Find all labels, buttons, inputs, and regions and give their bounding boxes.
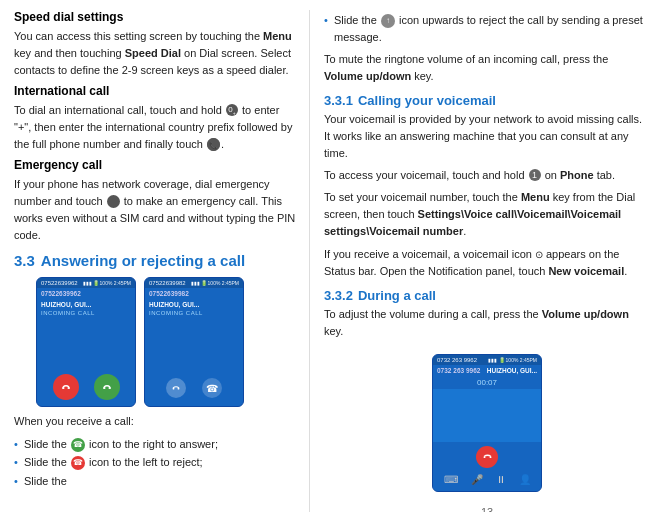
page-number: 13 (324, 506, 650, 512)
international-call-body: To dial an international call, touch and… (14, 102, 297, 153)
svg-text:📞: 📞 (209, 140, 218, 149)
section-33-heading: 3.3 Answering or rejecting a call (14, 252, 297, 269)
mute-text: To mute the ringtone volume of an incomi… (324, 51, 650, 85)
during-call-bottom: ⌨ 🎤 ⏸ 👤 (433, 472, 541, 489)
phone-pair: 07522639962 ▮▮▮ 🔋 100% 2:45PM 0752263996… (36, 277, 297, 407)
keyboard-icon[interactable]: ⌨ (444, 474, 458, 485)
reject-icon: ☎ (71, 456, 85, 470)
caller-info-left: 07522639962 (37, 288, 135, 297)
bullet-reject: Slide the ☎ icon to the left to reject; (14, 454, 297, 471)
during-status-bar: 0732 263 9962 ▮▮▮ 🔋 100% 2:45PM (433, 355, 541, 365)
bullet-continue-text: • Slide the ↑ icon upwards to reject the… (324, 12, 650, 46)
voicemail-body4: If you receive a voicemail, a voicemail … (324, 246, 650, 280)
upward-icon: ↑ (381, 14, 395, 28)
right-phone-phone-btn[interactable]: ☎ (202, 378, 222, 398)
svg-rect-6 (173, 388, 175, 390)
mute-icon[interactable]: 🎤 (471, 474, 483, 485)
emergency-icon (107, 195, 120, 208)
international-call-title: International call (14, 84, 297, 98)
section-332-heading: 3.3.2 During a call (324, 288, 650, 303)
svg-rect-8 (483, 457, 485, 459)
voicemail-status-icon: ⊙ (535, 247, 543, 263)
contacts-icon[interactable]: 👤 (519, 474, 531, 485)
emergency-call-title: Emergency call (14, 158, 297, 172)
voicemail-body2: To access your voicemail, touch and hold… (324, 167, 650, 184)
phone-body-left (37, 317, 135, 368)
when-receive-label: When you receive a call: (14, 413, 297, 430)
zero-plus-icon: 0+ (226, 104, 238, 116)
caller-info-right: 07522639982 (145, 288, 243, 297)
bullet-answer: Slide the ☎ icon to the right to answer; (14, 436, 297, 453)
phone-icon-small: 📞 (207, 138, 220, 151)
svg-rect-3 (67, 387, 70, 389)
left-column: Speed dial settings You can access this … (0, 10, 310, 512)
status-bar-left: 07522639962 ▮▮▮ 🔋 100% 2:45PM (37, 278, 135, 288)
status-bar-right: 07522639982 ▮▮▮ 🔋 100% 2:45PM (145, 278, 243, 288)
emergency-call-body: If your phone has network coverage, dial… (14, 176, 297, 244)
svg-rect-9 (489, 457, 491, 459)
answer-icon: ☎ (71, 438, 85, 452)
svg-rect-2 (62, 387, 65, 389)
reject-button-left[interactable] (53, 374, 79, 400)
speed-dial-body: You can access this setting screen by to… (14, 28, 297, 79)
one-icon: 1 (529, 169, 541, 181)
page-container: Speed dial settings You can access this … (0, 0, 662, 512)
voicemail-body3: To set your voicemail number, touch the … (324, 189, 650, 240)
speed-dial-title: Speed dial settings (14, 10, 297, 24)
bullet-upward: Slide the (14, 473, 297, 490)
svg-rect-4 (103, 387, 106, 389)
voicemail-body1: Your voicemail is provided by your netwo… (324, 111, 650, 162)
answer-button-left[interactable] (94, 374, 120, 400)
svg-rect-5 (108, 387, 111, 389)
action-row-left (37, 368, 135, 406)
phone-screen-left: 07522639962 ▮▮▮ 🔋 100% 2:45PM 0752263996… (36, 277, 136, 407)
svg-rect-7 (178, 388, 180, 390)
phone-screen-right: 07522639982 ▮▮▮ 🔋 100% 2:45PM 0752263998… (144, 277, 244, 407)
right-column: • Slide the ↑ icon upwards to reject the… (310, 10, 662, 512)
during-call-end-btn[interactable] (476, 446, 498, 468)
during-call-body: To adjust the volume during a call, pres… (324, 306, 650, 340)
phone-during-call: 0732 263 9962 ▮▮▮ 🔋 100% 2:45PM 0732 263… (432, 354, 542, 492)
pause-icon[interactable]: ⏸ (496, 474, 506, 485)
section-331-heading: 3.3.1 Calling your voicemail (324, 93, 650, 108)
receive-bullet-list: Slide the ☎ icon to the right to answer;… (14, 436, 297, 490)
right-phone-center-btn[interactable] (166, 378, 186, 398)
phone-body-right (145, 317, 243, 378)
